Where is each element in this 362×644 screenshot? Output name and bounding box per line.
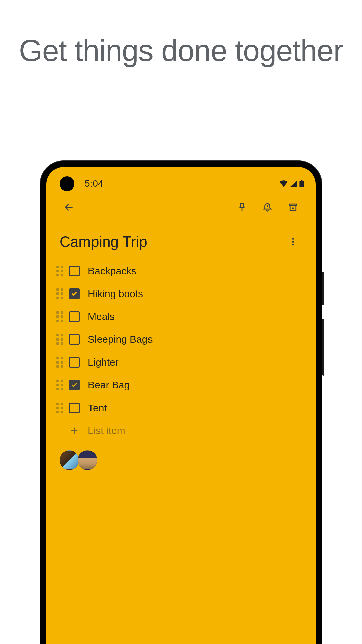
checklist-item[interactable]: Bear Bag	[56, 374, 302, 396]
checklist-item[interactable]: Sleeping Bags	[56, 328, 302, 351]
checkbox[interactable]	[69, 311, 80, 322]
add-list-item[interactable]: List item	[56, 419, 302, 442]
checkbox[interactable]	[69, 266, 80, 276]
drag-handle-icon[interactable]	[56, 334, 63, 345]
phone-mockup: 5:04	[40, 161, 322, 644]
checklist-item[interactable]: Meals	[56, 305, 302, 328]
checklist-item[interactable]: Lighter	[56, 351, 302, 374]
checklist-item[interactable]: Backpacks	[56, 260, 302, 282]
svg-point-2	[292, 238, 294, 240]
battery-icon	[299, 180, 304, 187]
checklist-item-label[interactable]: Bear Bag	[86, 379, 130, 391]
checkbox[interactable]	[69, 288, 80, 299]
svg-point-3	[292, 241, 294, 243]
checklist-item[interactable]: Hiking boots	[56, 282, 302, 305]
note-toolbar	[46, 191, 316, 224]
drag-handle-icon[interactable]	[56, 380, 63, 390]
checklist-item-label[interactable]: Meals	[86, 311, 115, 322]
archive-button[interactable]	[284, 198, 302, 217]
svg-rect-1	[301, 180, 302, 181]
drag-handle-icon[interactable]	[56, 311, 63, 322]
cellular-icon	[290, 180, 297, 187]
back-button[interactable]	[60, 198, 78, 217]
wifi-icon	[279, 180, 288, 187]
checkbox[interactable]	[69, 380, 80, 390]
status-time: 5:04	[85, 178, 103, 189]
drag-handle-icon[interactable]	[56, 288, 63, 299]
drag-handle-icon[interactable]	[56, 357, 63, 368]
collaborators[interactable]	[46, 442, 316, 478]
add-item-placeholder: List item	[86, 425, 125, 436]
plus-icon	[69, 425, 80, 436]
checklist-item-label[interactable]: Hiking boots	[86, 288, 143, 300]
phone-side-button	[322, 272, 324, 305]
promo-headline: Get things done together	[0, 0, 362, 68]
checkbox[interactable]	[69, 357, 80, 368]
reminder-button[interactable]	[258, 198, 277, 217]
phone-side-button	[322, 319, 324, 376]
checklist-item[interactable]: Tent	[56, 396, 302, 419]
avatar[interactable]	[78, 450, 97, 470]
pin-button[interactable]	[233, 198, 251, 217]
checklist-item-label[interactable]: Sleeping Bags	[86, 334, 153, 345]
drag-handle-icon[interactable]	[56, 402, 63, 413]
checkbox[interactable]	[69, 402, 80, 413]
checklist-item-label[interactable]: Lighter	[86, 357, 119, 368]
svg-point-4	[292, 244, 294, 246]
phone-camera-cutout	[60, 176, 74, 191]
checklist-item-label[interactable]: Backpacks	[86, 265, 136, 277]
checklist-item-label[interactable]: Tent	[86, 402, 107, 414]
svg-rect-0	[299, 181, 304, 187]
note-title[interactable]: Camping Trip	[60, 233, 284, 250]
drag-handle-icon[interactable]	[56, 266, 63, 276]
checklist: Backpacks Hiking boots Meals Sleeping Ba…	[46, 256, 316, 442]
more-options-button[interactable]	[284, 232, 302, 251]
checkbox[interactable]	[69, 334, 80, 345]
avatar[interactable]	[60, 450, 79, 470]
status-bar: 5:04	[46, 167, 316, 191]
